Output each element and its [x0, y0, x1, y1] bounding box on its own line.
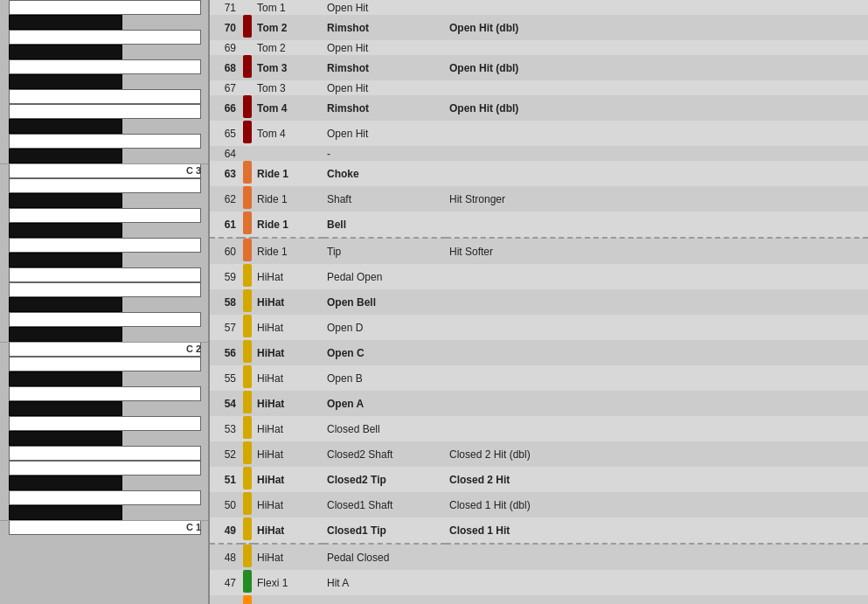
- black-key[interactable]: [9, 223, 122, 238]
- table-row[interactable]: 51HiHatClosed2 TipClosed 2 Hit: [210, 467, 868, 492]
- white-key[interactable]: [9, 282, 201, 297]
- table-row[interactable]: 58HiHatOpen Bell: [210, 289, 868, 315]
- note-instrument: HiHat: [253, 544, 323, 570]
- octave-separator: [0, 520, 210, 521]
- table-row[interactable]: 61Ride 1Bell: [210, 212, 868, 238]
- note-action: Choke: [323, 161, 446, 186]
- black-key[interactable]: [9, 253, 122, 267]
- note-number: 66: [210, 95, 241, 121]
- black-key[interactable]: [9, 74, 122, 89]
- note-instrument: Ride 1: [253, 161, 323, 186]
- white-key[interactable]: [9, 416, 201, 431]
- note-color: [241, 264, 253, 289]
- note-extra: Open Hit (dbl): [446, 55, 868, 80]
- note-instrument: Tom 4: [253, 121, 323, 146]
- table-row[interactable]: 48HiHatPedal Closed: [210, 544, 868, 570]
- table-row[interactable]: 62Ride 1ShaftHit Stronger: [210, 186, 868, 212]
- table-row[interactable]: 67Tom 3Open Hit: [210, 80, 868, 95]
- white-key[interactable]: [9, 267, 201, 282]
- note-instrument: Ride 1: [253, 186, 323, 212]
- note-extra: Hit Softer: [446, 238, 868, 264]
- note-action: Closed2 Shaft: [323, 441, 446, 467]
- table-row[interactable]: 68Tom 3RimshotOpen Hit (dbl): [210, 55, 868, 80]
- note-action: Hit A: [323, 570, 446, 595]
- note-action: Open Hit: [323, 40, 446, 55]
- black-key[interactable]: [9, 297, 122, 312]
- white-key[interactable]: [9, 386, 201, 401]
- note-instrument: Cymbal 1: [253, 595, 323, 604]
- note-color: [241, 492, 253, 517]
- black-key[interactable]: [9, 371, 122, 386]
- table-row[interactable]: 70Tom 2RimshotOpen Hit (dbl): [210, 15, 868, 40]
- note-action: Bell: [323, 212, 446, 238]
- white-key[interactable]: [9, 104, 201, 119]
- note-color: [241, 0, 253, 15]
- c-label: C 2: [186, 344, 201, 354]
- table-row[interactable]: 65Tom 4Open Hit: [210, 121, 868, 146]
- note-color: [241, 212, 253, 238]
- white-key[interactable]: [9, 30, 201, 45]
- table-row[interactable]: 69Tom 2Open Hit: [210, 40, 868, 55]
- white-key[interactable]: [9, 490, 201, 505]
- note-extra: Hit Stronger: [446, 186, 868, 212]
- table-row[interactable]: 60Ride 1TipHit Softer: [210, 238, 868, 264]
- note-instrument: HiHat: [253, 441, 323, 467]
- black-key[interactable]: [9, 119, 122, 134]
- white-key[interactable]: [9, 520, 201, 535]
- table-row[interactable]: 53HiHatClosed Bell: [210, 416, 868, 441]
- black-key[interactable]: [9, 15, 122, 30]
- black-key[interactable]: [9, 476, 122, 490]
- white-key[interactable]: [9, 208, 201, 223]
- table-row[interactable]: 47Flexi 1Hit A: [210, 570, 868, 595]
- white-key[interactable]: [9, 89, 201, 104]
- black-key[interactable]: [9, 193, 122, 208]
- note-number: 67: [210, 80, 241, 95]
- note-number: 61: [210, 212, 241, 238]
- note-instrument: Tom 1: [253, 0, 323, 15]
- white-key[interactable]: [9, 461, 201, 476]
- white-key[interactable]: [9, 312, 201, 327]
- note-extra: [446, 264, 868, 289]
- piano-keyboard: C 3C 2C 1: [0, 0, 210, 604]
- black-key[interactable]: [9, 431, 122, 446]
- white-key[interactable]: [9, 134, 201, 149]
- table-row[interactable]: 63Ride 1Choke: [210, 161, 868, 186]
- table-row[interactable]: 71Tom 1Open Hit: [210, 0, 868, 15]
- white-key[interactable]: [9, 238, 201, 253]
- c-label: C 3: [186, 165, 201, 176]
- note-instrument: Flexi 1: [253, 570, 323, 595]
- white-key[interactable]: [9, 446, 201, 461]
- note-number: 60: [210, 238, 241, 264]
- white-key[interactable]: [9, 357, 201, 371]
- black-key[interactable]: [9, 401, 122, 416]
- table-row[interactable]: 50HiHatClosed1 ShaftClosed 1 Hit (dbl): [210, 492, 868, 517]
- note-number: 51: [210, 467, 241, 492]
- note-number: 52: [210, 441, 241, 467]
- black-key[interactable]: [9, 45, 122, 59]
- table-row[interactable]: 55HiHatOpen B: [210, 365, 868, 391]
- note-action: Open Hit: [323, 80, 446, 95]
- white-key[interactable]: [9, 178, 201, 193]
- note-instrument: HiHat: [253, 315, 323, 340]
- white-key[interactable]: [9, 163, 201, 178]
- white-key[interactable]: [9, 342, 201, 357]
- black-key[interactable]: [9, 327, 122, 342]
- table-row[interactable]: 49HiHatClosed1 TipClosed 1 Hit: [210, 517, 868, 544]
- table-row[interactable]: 59HiHatPedal Open: [210, 264, 868, 289]
- note-number: 62: [210, 186, 241, 212]
- white-key[interactable]: [9, 0, 201, 15]
- note-number: 69: [210, 40, 241, 55]
- table-row[interactable]: 54HiHatOpen A: [210, 391, 868, 416]
- black-key[interactable]: [9, 149, 122, 163]
- table-row[interactable]: 64-: [210, 146, 868, 161]
- note-instrument: HiHat: [253, 467, 323, 492]
- table-row[interactable]: 52HiHatClosed2 ShaftClosed 2 Hit (dbl): [210, 441, 868, 467]
- octave-separator: [0, 163, 210, 164]
- black-key[interactable]: [9, 505, 122, 520]
- table-row[interactable]: 66Tom 4RimshotOpen Hit (dbl): [210, 95, 868, 121]
- table-row[interactable]: 46Cymbal 1Hit (dbl): [210, 595, 868, 604]
- note-list[interactable]: 71Tom 1Open Hit70Tom 2RimshotOpen Hit (d…: [210, 0, 868, 604]
- table-row[interactable]: 57HiHatOpen D: [210, 315, 868, 340]
- table-row[interactable]: 56HiHatOpen C: [210, 340, 868, 365]
- white-key[interactable]: [9, 59, 201, 74]
